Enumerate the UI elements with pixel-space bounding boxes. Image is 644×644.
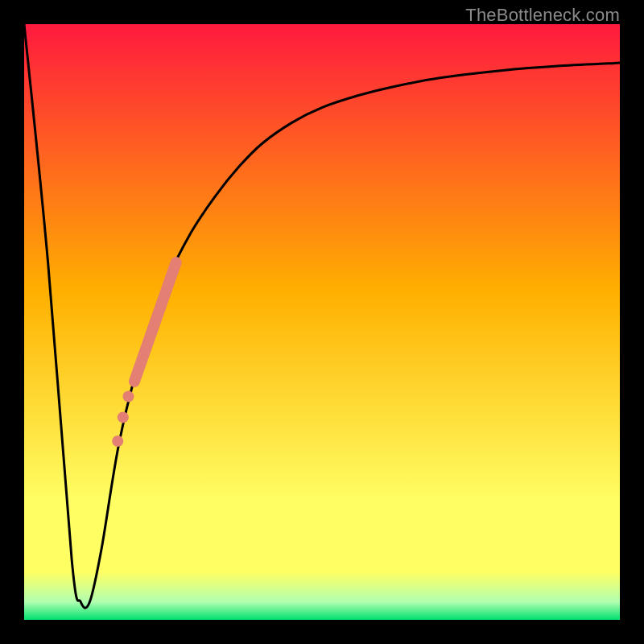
marker-dot	[118, 411, 129, 423]
watermark-text: TheBottleneck.com	[24, 5, 620, 26]
chart-root: TheBottleneck.com	[0, 0, 644, 644]
gradient-background	[24, 24, 620, 620]
plot-area	[24, 24, 620, 620]
plot-svg	[24, 24, 620, 620]
marker-dot	[112, 436, 123, 447]
marker-dot	[123, 391, 134, 402]
